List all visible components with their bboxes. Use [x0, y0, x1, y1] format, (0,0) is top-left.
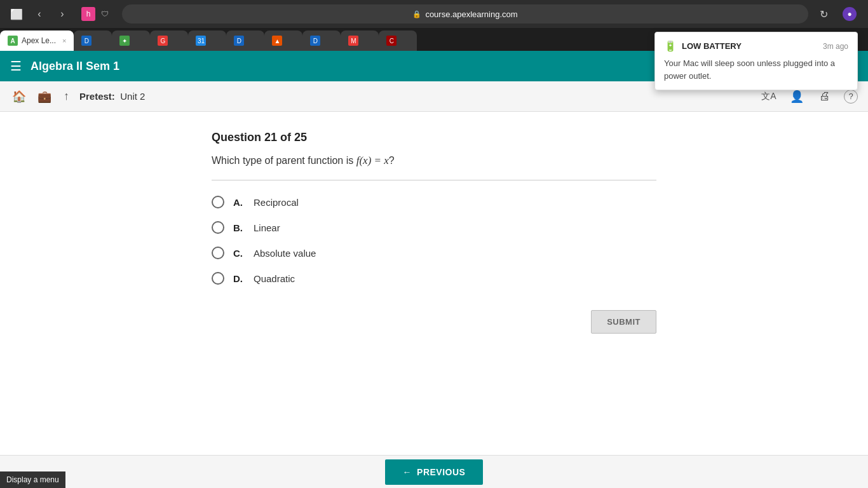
- pretest-label: Pretest: Unit 2: [79, 91, 145, 102]
- tab-6[interactable]: D: [226, 30, 264, 51]
- extensions-area: h 🛡: [81, 7, 112, 21]
- tab-8[interactable]: D: [302, 30, 341, 51]
- browser-controls: ⬜ ‹ ›: [8, 5, 71, 23]
- tab-3[interactable]: ✦: [112, 30, 150, 51]
- radio-c[interactable]: [212, 247, 224, 259]
- extension-icon-hackertype[interactable]: h: [81, 7, 95, 21]
- tab-10[interactable]: C: [379, 30, 417, 51]
- previous-button[interactable]: ← PREVIOUS: [385, 459, 484, 485]
- reload-button[interactable]: ↻: [815, 5, 832, 23]
- tab-label-apex: Apex Le...: [22, 36, 56, 45]
- radio-d[interactable]: [212, 272, 224, 285]
- app-header-left: ☰ Algebra II Sem 1: [10, 58, 119, 74]
- submit-button[interactable]: SUBMIT: [591, 310, 656, 334]
- question-text-prefix: Which type of parent function is: [212, 155, 356, 166]
- home-icon[interactable]: 🏠: [10, 88, 28, 105]
- briefcase-icon[interactable]: 💼: [36, 88, 53, 105]
- tab-favicon-apex: A: [8, 36, 18, 46]
- option-d[interactable]: D. Quadratic: [212, 272, 656, 285]
- option-c-letter: C.: [233, 248, 245, 259]
- question-text: Which type of parent function is f(x) = …: [212, 154, 656, 167]
- lock-icon: 🔒: [412, 10, 421, 18]
- previous-label: PREVIOUS: [417, 467, 465, 477]
- extension-avatar[interactable]: ●: [843, 7, 857, 21]
- back-button[interactable]: ‹: [31, 5, 48, 23]
- question-divider: [212, 180, 656, 180]
- url-text: course.apexlearning.com: [425, 10, 517, 19]
- tab-apex-learning[interactable]: A Apex Le... ×: [0, 30, 74, 51]
- tab-7[interactable]: ▲: [264, 30, 302, 51]
- question-title: Question 21 of 25: [212, 131, 656, 144]
- tab-favicon-9: M: [348, 36, 358, 46]
- address-bar[interactable]: 🔒 course.apexlearning.com: [122, 4, 808, 24]
- display-menu-button[interactable]: Display a menu: [0, 471, 65, 488]
- tab-2[interactable]: D: [74, 30, 112, 51]
- option-b[interactable]: B. Linear: [212, 221, 656, 234]
- option-c[interactable]: C. Absolute value: [212, 247, 656, 259]
- notification-body: Your Mac will sleep soon unless plugged …: [664, 57, 848, 82]
- tab-9[interactable]: M: [341, 30, 379, 51]
- notification-time: 3m ago: [823, 42, 848, 51]
- tab-favicon-5: 31: [196, 36, 206, 46]
- submit-area: SUBMIT: [212, 310, 656, 334]
- battery-icon: 🔋: [664, 40, 677, 52]
- browser-bar: ⬜ ‹ › h 🛡 🔒 course.apexlearning.com ↻ ●: [0, 0, 868, 28]
- bottom-bar: Display a menu ← PREVIOUS: [0, 455, 868, 488]
- tab-favicon-2: D: [81, 36, 92, 46]
- notification-title: LOW BATTERY: [682, 41, 742, 51]
- sub-header-left: 🏠 💼 ↑ Pretest: Unit 2: [10, 88, 145, 105]
- notification-title-area: 🔋 LOW BATTERY: [664, 40, 742, 52]
- option-d-letter: D.: [233, 273, 245, 284]
- option-c-text: Absolute value: [254, 248, 316, 259]
- tab-favicon-3: ✦: [119, 36, 130, 46]
- radio-b[interactable]: [212, 221, 224, 234]
- back-arrow-icon[interactable]: ↑: [64, 90, 69, 103]
- option-a[interactable]: A. Reciprocal: [212, 196, 656, 208]
- tab-close-apex[interactable]: ×: [62, 37, 66, 44]
- sidebar-toggle-button[interactable]: ⬜: [8, 5, 25, 23]
- forward-button[interactable]: ›: [53, 5, 71, 23]
- extensions-area-right: ●: [843, 7, 857, 21]
- prev-arrow-icon: ←: [403, 467, 412, 477]
- option-b-text: Linear: [254, 222, 280, 233]
- help-icon[interactable]: ?: [844, 90, 858, 104]
- notification-popup: 🔋 LOW BATTERY 3m ago Your Mac will sleep…: [654, 32, 858, 90]
- app-title: Algebra II Sem 1: [31, 60, 119, 73]
- question-formula: f(x) = x: [356, 154, 389, 166]
- question-container: Question 21 of 25 Which type of parent f…: [212, 131, 656, 297]
- option-a-letter: A.: [233, 197, 245, 208]
- option-d-text: Quadratic: [254, 273, 295, 284]
- tab-favicon-6: D: [234, 36, 244, 46]
- hamburger-menu-icon[interactable]: ☰: [10, 58, 22, 74]
- tab-4[interactable]: G: [150, 30, 188, 51]
- option-a-text: Reciprocal: [254, 197, 299, 208]
- question-text-suffix: ?: [389, 155, 395, 166]
- radio-a[interactable]: [212, 196, 224, 208]
- pretest-text: Pretest:: [79, 91, 115, 102]
- tab-favicon-8: D: [310, 36, 320, 46]
- extension-icon-shield[interactable]: 🛡: [98, 7, 112, 21]
- tab-5[interactable]: 31: [188, 30, 226, 51]
- tab-favicon-7: ▲: [272, 36, 282, 46]
- tab-favicon-10: C: [386, 36, 397, 46]
- tab-favicon-4: G: [158, 36, 168, 46]
- notification-header: 🔋 LOW BATTERY 3m ago: [664, 40, 848, 52]
- unit-text: Unit 2: [120, 91, 145, 102]
- option-b-letter: B.: [233, 222, 245, 233]
- main-content: Question 21 of 25 Which type of parent f…: [0, 112, 868, 398]
